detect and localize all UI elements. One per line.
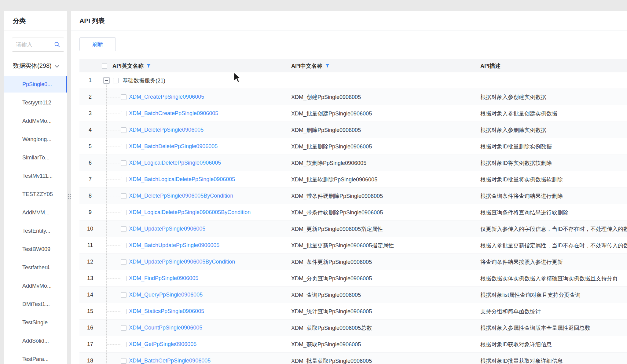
row-number: 1 <box>79 72 101 89</box>
row-checkbox[interactable] <box>121 144 127 149</box>
row-number: 18 <box>79 353 101 364</box>
row-number: 10 <box>79 221 101 237</box>
row-checkbox[interactable] <box>121 111 127 116</box>
header-cell-desc: API描述 <box>473 59 627 72</box>
api-desc-cell: 根据对象ID批量将实例数据软删除 <box>473 171 627 187</box>
api-english-link[interactable]: XDM_LogicalDeletePpSingle0906005ByCondit… <box>129 209 251 216</box>
api-desc-cell: 根据查询条件将查询结果进行删除 <box>473 188 627 204</box>
api-english-link[interactable]: XDM_BatchLogicalDeletePpSingle0906005 <box>129 176 235 183</box>
row-checkbox[interactable] <box>121 259 127 265</box>
sidebar-item[interactable]: Testfather4 <box>4 259 67 276</box>
sidebar-item[interactable]: AddSolid... <box>4 333 67 349</box>
api-chinese-cell: XDM_查询PpSingle0906005 <box>287 287 473 303</box>
row-checkbox[interactable] <box>121 342 127 347</box>
group-label: 基础数据服务(21) <box>123 77 165 84</box>
row-checkbox[interactable] <box>121 358 127 364</box>
panel-splitter[interactable] <box>67 11 71 364</box>
api-desc-cell: 根据数据实体实例数据入参精确查询实例数据且支持分页 <box>473 270 627 286</box>
api-desc-cell: 支持分组和简单函数统计 <box>473 303 627 319</box>
sidebar-item[interactable]: AddMVM... <box>4 204 67 221</box>
api-chinese-cell: XDM_批量软删除PpSingle0906005 <box>287 171 473 187</box>
sidebar-item[interactable]: TESTZZY05 <box>4 186 67 202</box>
header-cell-number <box>79 59 101 72</box>
api-desc-cell: 根据查询条件将查询结果进行软删除 <box>473 204 627 220</box>
sidebar-item[interactable]: TestMv111... <box>4 168 67 184</box>
table-row: 12 XDM_UpdatePpSingle0906005ByCondition … <box>79 254 627 270</box>
api-chinese-cell: XDM_批量创建PpSingle0906005 <box>287 105 473 122</box>
api-english-link[interactable]: XDM_CountPpSingle0906005 <box>129 325 202 331</box>
group-checkbox[interactable] <box>113 78 119 83</box>
table-row: 8 XDM_DeletePpSingle0906005ByCondition X… <box>79 188 627 204</box>
api-english-link[interactable]: XDM_FindPpSingle0906005 <box>129 275 198 282</box>
api-english-link[interactable]: XDM_DeletePpSingle0906005 <box>129 127 204 133</box>
table-header-row: API英文名称 API中文名称 API描述 <box>79 59 627 72</box>
sidebar-entity-list: PpSingle0...Testyytb112AddMvMo...Wanglon… <box>4 76 67 364</box>
sidebar-item[interactable]: AddMvMo... <box>4 278 67 294</box>
sidebar: 分类 数据实体(298) PpSingle0...Testyytb112AddM… <box>4 11 67 364</box>
api-english-link[interactable]: XDM_BatchCreatePpSingle0906005 <box>129 110 218 117</box>
sidebar-group-data-entity[interactable]: 数据实体(298) <box>4 56 67 75</box>
row-number: 14 <box>79 287 101 303</box>
header-cell-chinese: API中文名称 <box>287 59 473 72</box>
filter-icon-chinese[interactable] <box>325 64 330 68</box>
api-desc-cell: 根据对象ID批量获取对象详细信息 <box>473 353 627 364</box>
api-desc-cell: 根据对象list属性查询对象且支持分页查询 <box>473 287 627 303</box>
header-label-english: API英文名称 <box>112 62 144 70</box>
row-number: 9 <box>79 204 101 220</box>
sidebar-item[interactable]: TestEntity... <box>4 223 67 239</box>
splitter-drag-handle-icon[interactable] <box>68 194 71 199</box>
search-input[interactable] <box>12 42 54 48</box>
row-checkbox[interactable] <box>121 226 127 232</box>
search-icon[interactable] <box>54 42 60 48</box>
search-box <box>12 38 64 52</box>
sidebar-item[interactable]: Wanglong... <box>4 131 67 147</box>
api-english-link[interactable]: XDM_StaticsPpSingle0906005 <box>129 308 204 315</box>
api-english-link[interactable]: XDM_CreatePpSingle0906005 <box>129 94 204 100</box>
filter-icon-english[interactable] <box>146 64 151 68</box>
sidebar-item[interactable]: TestBW009 <box>4 241 67 257</box>
row-checkbox[interactable] <box>121 309 127 314</box>
row-checkbox[interactable] <box>121 193 127 199</box>
row-number: 4 <box>79 122 101 138</box>
api-english-link[interactable]: XDM_UpdatePpSingle0906005ByCondition <box>129 259 235 265</box>
sidebar-item[interactable]: TestPara... <box>4 351 67 364</box>
api-english-link[interactable]: XDM_UpdatePpSingle0906005 <box>129 226 205 232</box>
api-english-link[interactable]: XDM_GetPpSingle0906005 <box>129 341 196 348</box>
api-chinese-cell: XDM_条件更新PpSingle0906005 <box>287 254 473 270</box>
refresh-button[interactable]: 刷新 <box>79 37 116 51</box>
api-english-link[interactable]: XDM_LogicalDeletePpSingle0906005 <box>129 160 221 166</box>
toolbar: 刷新 <box>71 31 627 51</box>
collapse-group-icon[interactable] <box>103 77 110 84</box>
row-checkbox[interactable] <box>121 292 127 298</box>
sidebar-item[interactable]: DMiTest1... <box>4 296 67 312</box>
page-title: API 列表 <box>79 16 105 25</box>
api-english-link[interactable]: XDM_BatchGetPpSingle0906005 <box>129 358 211 364</box>
row-checkbox[interactable] <box>121 127 127 133</box>
sidebar-item[interactable]: SimilarTo... <box>4 149 67 166</box>
select-all-checkbox[interactable] <box>102 63 107 69</box>
header-label-chinese: API中文名称 <box>291 62 322 70</box>
sidebar-item[interactable]: PpSingle0... <box>4 76 67 93</box>
table-row: 17 XDM_GetPpSingle0906005 XDM_获取PpSingle… <box>79 336 627 353</box>
row-checkbox[interactable] <box>121 325 127 331</box>
table-row: 3 XDM_BatchCreatePpSingle0906005 XDM_批量创… <box>79 105 627 122</box>
table-group-row: 1 基础数据服务(21) <box>79 72 627 89</box>
api-english-link[interactable]: XDM_BatchUpdatePpSingle0906005 <box>129 242 219 249</box>
row-checkbox[interactable] <box>121 160 127 166</box>
table-row: 4 XDM_DeletePpSingle0906005 XDM_删除PpSing… <box>79 122 627 138</box>
sidebar-item[interactable]: Testyytb112 <box>4 94 67 111</box>
sidebar-item[interactable]: AddMvMo... <box>4 113 67 129</box>
api-english-link[interactable]: XDM_DeletePpSingle0906005ByCondition <box>129 193 233 199</box>
row-number: 5 <box>79 138 101 155</box>
sidebar-item[interactable]: TestSingle... <box>4 314 67 331</box>
main-panel: API 列表 刷新 API英文名称 API <box>71 11 627 364</box>
api-english-link[interactable]: XDM_BatchDeletePpSingle0906005 <box>129 143 218 150</box>
api-chinese-cell: XDM_批量删除PpSingle0906005 <box>287 138 473 155</box>
row-checkbox[interactable] <box>121 210 127 215</box>
api-english-link[interactable]: XDM_QueryPpSingle0906005 <box>129 292 203 298</box>
table-row: 18 XDM_BatchGetPpSingle0906005 XDM_批量获取P… <box>79 353 627 364</box>
row-checkbox[interactable] <box>121 177 127 182</box>
row-checkbox[interactable] <box>121 276 127 281</box>
row-checkbox[interactable] <box>121 243 127 248</box>
row-checkbox[interactable] <box>121 94 127 100</box>
